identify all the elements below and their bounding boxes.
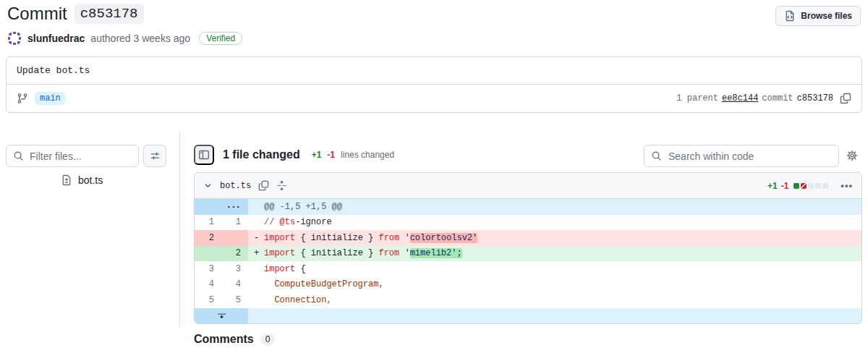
diff-additions: +1 bbox=[767, 181, 778, 191]
diff-row-hunk: •••@@ -1,5 +1,5 @@ bbox=[195, 199, 861, 215]
code-line: -import { initialize } from 'colortoolsv… bbox=[248, 230, 861, 246]
hunk-expand-button[interactable]: ••• bbox=[195, 199, 248, 215]
diffstat-square-neutral bbox=[808, 183, 814, 189]
code-line: +import { initialize } from 'mimelib2'; bbox=[248, 246, 861, 262]
diff-row-context: 44 ComputeBudgetProgram, bbox=[195, 277, 861, 293]
copy-sha-icon[interactable] bbox=[840, 93, 851, 104]
code-search-input[interactable] bbox=[667, 150, 832, 163]
diff-row-context: 33import { bbox=[195, 261, 861, 277]
author-name[interactable]: slunfuedrac bbox=[27, 33, 85, 44]
code-line: import { bbox=[248, 261, 861, 277]
copy-file-path-icon[interactable] bbox=[258, 180, 269, 191]
diff-row-context: 11// @ts-ignore bbox=[195, 215, 861, 231]
line-number-new[interactable]: 1 bbox=[221, 217, 248, 227]
parent-commit-info: 1 parent ee8c144 commit c853178 bbox=[676, 93, 851, 104]
file-diff-icon bbox=[61, 174, 72, 186]
diffstat-square-added bbox=[793, 183, 799, 189]
commit-sha-value: c853178 bbox=[797, 93, 833, 103]
filter-files-field bbox=[6, 145, 139, 167]
parent-sha-link[interactable]: ee8c144 bbox=[722, 93, 758, 103]
line-number-new[interactable]: 5 bbox=[221, 295, 248, 305]
diff-rows: •••@@ -1,5 +1,5 @@11// @ts-ignore2-impor… bbox=[195, 199, 861, 323]
additions-count: +1 bbox=[312, 150, 322, 160]
comments-count-badge: 0 bbox=[260, 334, 276, 345]
line-number-new[interactable]: 2 bbox=[221, 248, 248, 258]
file-filter-options-button[interactable] bbox=[143, 145, 166, 167]
commit-sha-pill: c853178 bbox=[75, 4, 144, 24]
diff-row-add: 2+import { initialize } from 'mimelib2'; bbox=[195, 246, 861, 262]
diffstat-square-neutral bbox=[815, 183, 821, 189]
toggle-file-tree-button[interactable] bbox=[194, 145, 214, 165]
diff-row-del: 2-import { initialize } from 'colortools… bbox=[195, 230, 861, 246]
file-tree-item-label: bot.ts bbox=[78, 174, 103, 186]
search-icon bbox=[13, 150, 24, 161]
diff-card-bot-ts: bot.ts +1 -1 ••• •••@@ -1,5 +1,5 @@11// … bbox=[194, 172, 862, 324]
files-changed-header: 1 file changed +1 -1 lines changed bbox=[194, 144, 394, 166]
line-number-old[interactable]: 5 bbox=[195, 295, 221, 305]
line-number-new[interactable]: 3 bbox=[221, 264, 248, 274]
sliders-icon bbox=[150, 150, 161, 161]
browse-files-label: Browse files bbox=[801, 11, 852, 21]
commit-label: commit bbox=[762, 93, 793, 103]
code-line: // @ts-ignore bbox=[248, 215, 861, 231]
branch-name-badge[interactable]: main bbox=[35, 92, 66, 105]
commit-message: Update bot.ts bbox=[7, 57, 861, 84]
branch-row: main 1 parent ee8c144 commit c853178 bbox=[7, 84, 861, 112]
expand-down-button[interactable] bbox=[195, 308, 248, 324]
line-number-old[interactable]: 1 bbox=[195, 217, 221, 227]
comments-title: Comments bbox=[194, 333, 254, 346]
expand-row-space bbox=[248, 308, 861, 324]
git-branch-icon bbox=[17, 93, 28, 104]
line-number-new[interactable]: 4 bbox=[221, 279, 248, 289]
search-icon bbox=[651, 150, 662, 161]
filter-files-input[interactable] bbox=[28, 150, 132, 163]
verified-badge[interactable]: Verified bbox=[199, 32, 242, 45]
expand-all-icon[interactable] bbox=[276, 180, 287, 191]
line-number-old[interactable]: 3 bbox=[195, 264, 221, 274]
file-options-kebab-icon[interactable]: ••• bbox=[841, 182, 853, 190]
commit-author-row: slunfuedrac authored 3 weeks ago Verifie… bbox=[7, 31, 242, 46]
parent-label: 1 parent bbox=[676, 93, 718, 103]
author-avatar[interactable] bbox=[7, 31, 22, 46]
code-search-field bbox=[644, 145, 839, 167]
sidebar-panel-icon bbox=[198, 149, 210, 161]
chevron-down-icon[interactable] bbox=[203, 181, 213, 190]
commit-box: Update bot.ts main 1 parent ee8c144 comm… bbox=[6, 56, 862, 113]
line-number-old[interactable]: 2 bbox=[195, 233, 221, 243]
sidebar-resize-divider[interactable] bbox=[179, 132, 180, 327]
file-tree-item-bot-ts[interactable]: bot.ts bbox=[61, 174, 103, 186]
line-number-old[interactable]: 4 bbox=[195, 279, 221, 289]
file-code-icon bbox=[784, 10, 796, 22]
files-changed-title: 1 file changed bbox=[223, 148, 300, 161]
diffstat-square-deleted bbox=[801, 183, 807, 189]
diffstat-square-neutral bbox=[822, 183, 828, 189]
code-line: Connection, bbox=[248, 292, 861, 308]
diff-deletions: -1 bbox=[781, 181, 789, 191]
diff-row-context: 55 Connection, bbox=[195, 292, 861, 308]
commit-title-label: Commit bbox=[7, 4, 67, 24]
browse-files-button[interactable]: Browse files bbox=[775, 6, 861, 26]
fold-down-icon bbox=[217, 311, 226, 321]
deletions-count: -1 bbox=[327, 150, 335, 160]
diff-row-expand bbox=[195, 308, 861, 324]
page-title: Commit c853178 bbox=[7, 4, 144, 24]
comments-section-header: Comments 0 bbox=[194, 333, 275, 346]
diff-settings-gear-icon[interactable] bbox=[846, 150, 858, 161]
hunk-header-text: @@ -1,5 +1,5 @@ bbox=[248, 199, 861, 215]
diff-file-name[interactable]: bot.ts bbox=[220, 181, 251, 191]
authored-time: authored 3 weeks ago bbox=[90, 33, 190, 44]
diff-file-header: bot.ts +1 -1 ••• bbox=[195, 173, 861, 199]
lines-changed-label: lines changed bbox=[341, 150, 394, 160]
code-line: ComputeBudgetProgram, bbox=[248, 277, 861, 293]
diffstat-squares bbox=[793, 183, 828, 189]
